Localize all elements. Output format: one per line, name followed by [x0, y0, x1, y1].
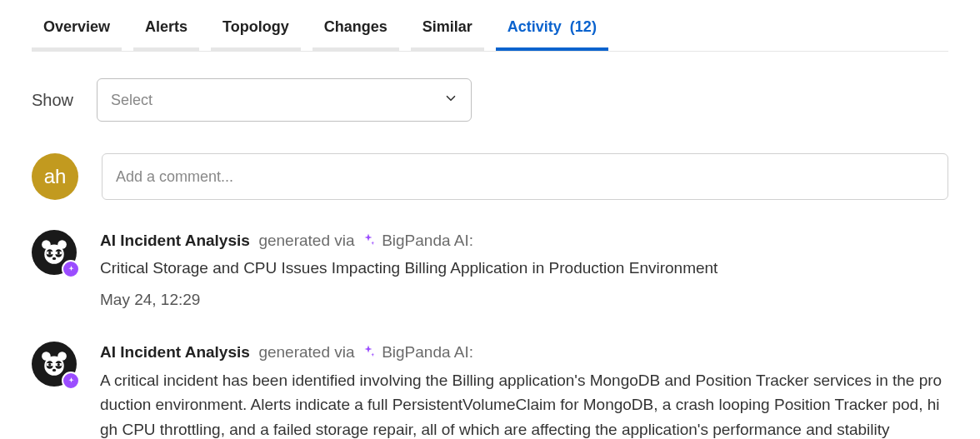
- svg-point-8: [52, 257, 56, 260]
- tab-activity[interactable]: Activity (12): [496, 13, 608, 51]
- filter-row: Show Select: [32, 78, 948, 122]
- ai-avatar: [32, 342, 77, 387]
- activity-body: AI Incident Analysis generated via BigPa…: [100, 228, 948, 312]
- tab-similar[interactable]: Similar: [411, 13, 484, 51]
- tab-bar: Overview Alerts Topology Changes Similar…: [32, 0, 948, 52]
- svg-point-16: [58, 363, 60, 366]
- svg-point-17: [52, 369, 56, 372]
- activity-content: Critical Storage and CPU Issues Impactin…: [100, 256, 948, 280]
- sparkle-badge-icon: [62, 260, 80, 278]
- avatar: ah: [32, 153, 78, 200]
- tab-changes[interactable]: Changes: [312, 13, 399, 51]
- sparkle-icon: [361, 233, 380, 251]
- activity-timestamp: May 24, 12:29: [100, 287, 948, 312]
- sparkle-badge-icon: [62, 372, 80, 390]
- activity-header: AI Incident Analysis generated via BigPa…: [100, 228, 948, 254]
- activity-via-name: BigPanda AI:: [382, 343, 473, 361]
- activity-content: A critical incident has been identified …: [100, 368, 948, 439]
- activity-via-prefix: generated via: [258, 343, 354, 361]
- sparkle-icon: [361, 345, 380, 362]
- activity-title: AI Incident Analysis: [100, 343, 250, 361]
- tab-overview[interactable]: Overview: [32, 13, 122, 51]
- tab-alerts[interactable]: Alerts: [133, 13, 199, 51]
- comment-input[interactable]: [102, 153, 948, 200]
- activity-item: AI Incident Analysis generated via BigPa…: [32, 340, 948, 439]
- avatar-initials: ah: [44, 165, 67, 188]
- filter-select-value[interactable]: Select: [97, 78, 472, 122]
- svg-point-6: [48, 252, 51, 254]
- ai-avatar: [32, 230, 77, 275]
- activity-body: AI Incident Analysis generated via BigPa…: [100, 340, 948, 439]
- activity-via-prefix: generated via: [258, 232, 354, 249]
- filter-select[interactable]: Select: [97, 78, 472, 122]
- filter-label: Show: [32, 91, 73, 110]
- activity-header: AI Incident Analysis generated via BigPa…: [100, 340, 948, 366]
- svg-point-15: [48, 363, 51, 366]
- svg-point-7: [58, 252, 60, 254]
- activity-title: AI Incident Analysis: [100, 232, 250, 249]
- activity-item: AI Incident Analysis generated via BigPa…: [32, 228, 948, 312]
- activity-via-name: BigPanda AI:: [382, 232, 473, 249]
- tab-topology[interactable]: Topology: [211, 13, 301, 51]
- comment-row: ah: [32, 153, 948, 200]
